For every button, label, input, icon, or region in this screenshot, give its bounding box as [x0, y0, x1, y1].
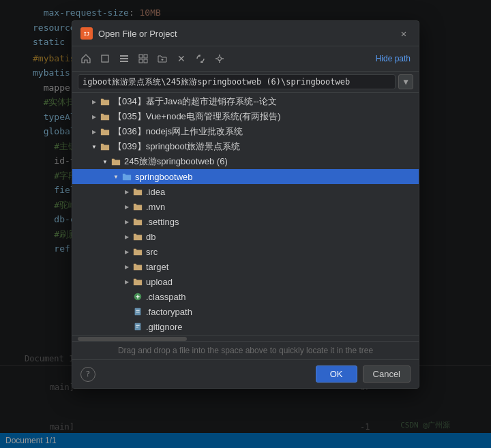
- tree-arrow-target: [121, 261, 132, 272]
- svg-rect-4: [120, 58, 128, 59]
- path-input[interactable]: [78, 74, 396, 89]
- tree-item-idea[interactable]: .idea: [72, 184, 419, 199]
- tree-arrow-035: [89, 111, 100, 122]
- dialog-toolbar: ✕ Hide pat: [72, 46, 419, 72]
- svg-rect-16: [219, 61, 220, 63]
- tree-item-db[interactable]: db: [72, 229, 419, 244]
- folder-icon-settings: [132, 216, 143, 227]
- tree-arrow-db: [121, 231, 132, 242]
- home-button[interactable]: [78, 50, 94, 67]
- tree-label-settings: .settings: [146, 217, 419, 227]
- tree-label-idea: .idea: [146, 187, 419, 197]
- folder-icon-034: [100, 96, 110, 107]
- tree-label-mvn: .mvn: [146, 202, 419, 212]
- tree-label-db: db: [146, 232, 419, 242]
- dialog-title: Open File or Project: [98, 29, 391, 39]
- view-button[interactable]: [97, 50, 113, 67]
- tree-arrow-settings: [121, 216, 132, 227]
- delete-button[interactable]: ✕: [173, 50, 190, 67]
- folder-icon-035: [100, 111, 110, 122]
- app-icon: IJ: [80, 27, 93, 40]
- tree-item-035[interactable]: 【035】Vue+node电商管理系统(有两报告): [72, 109, 419, 124]
- svg-rect-5: [120, 61, 128, 62]
- dialog-titlebar: IJ Open File or Project ✕: [72, 21, 419, 46]
- hide-path-button[interactable]: Hide path: [373, 53, 413, 65]
- tree-item-src[interactable]: src: [72, 244, 419, 259]
- list-button[interactable]: [116, 50, 132, 67]
- folder-icon-target: [132, 261, 143, 272]
- svg-rect-22: [135, 308, 141, 316]
- tree-arrow-upload: [121, 276, 132, 287]
- folder-icon-245: [110, 156, 121, 167]
- tree-item-classpath[interactable]: .classpath: [72, 289, 419, 304]
- folder-icon-src: [132, 246, 143, 257]
- open-file-dialog: IJ Open File or Project ✕: [72, 20, 419, 389]
- tree-item-034[interactable]: 【034】基于Java的超市进销存系统--论文: [72, 94, 419, 109]
- file-icon-classpath: [132, 291, 143, 302]
- file-icon-gitignore: [132, 321, 143, 332]
- folder-icon-springbootweb: [121, 171, 132, 182]
- tree-item-gitignore[interactable]: .gitignore: [72, 319, 419, 334]
- tree-item-springbootweb[interactable]: springbootweb: [72, 169, 419, 184]
- folder-icon-db: [132, 231, 143, 242]
- tree-label-034: 【034】基于Java的超市进销存系统--论文: [113, 95, 419, 108]
- expand-path-button[interactable]: ▼: [398, 74, 413, 89]
- new-folder-button[interactable]: [154, 50, 170, 67]
- tree-item-036[interactable]: 【036】nodejs网上作业批改系统: [72, 124, 419, 139]
- file-icon-factorypath: [132, 306, 143, 317]
- tree-item-mvn[interactable]: .mvn: [72, 199, 419, 214]
- tree-label-springbootweb: springbootweb: [135, 172, 419, 182]
- tree-label-target: target: [146, 262, 419, 272]
- folder-icon-039: [100, 141, 110, 152]
- drag-hint: Drag and drop a file into the space abov…: [72, 341, 419, 359]
- tree-label-gitignore: .gitignore: [146, 322, 419, 332]
- tree-label-036: 【036】nodejs网上作业批改系统: [113, 125, 419, 138]
- svg-point-14: [218, 57, 222, 61]
- file-tree[interactable]: 【034】基于Java的超市进销存系统--论文 【035】Vue+node电商管…: [72, 93, 419, 335]
- ok-button[interactable]: OK: [316, 365, 357, 383]
- svg-rect-6: [139, 55, 143, 58]
- tree-item-settings[interactable]: .settings: [72, 214, 419, 229]
- tree-item-upload[interactable]: upload: [72, 274, 419, 289]
- tree-arrow-springbootweb: [110, 171, 121, 182]
- help-button[interactable]: ?: [80, 367, 95, 382]
- tree-item-target[interactable]: target: [72, 259, 419, 274]
- tree-item-245[interactable]: 245旅游springbootweb (6): [72, 154, 419, 169]
- tree-arrow-245: [100, 156, 110, 167]
- tree-arrow-036: [89, 126, 100, 137]
- tree-label-factorypath: .factorypath: [146, 307, 419, 317]
- folder-icon-mvn: [132, 201, 143, 212]
- svg-rect-25: [135, 323, 141, 331]
- grid-button[interactable]: [135, 50, 151, 67]
- svg-rect-15: [219, 55, 220, 57]
- svg-text:IJ: IJ: [84, 31, 89, 37]
- settings-button[interactable]: [211, 50, 228, 67]
- horizontal-scrollbar[interactable]: [72, 335, 419, 341]
- folder-icon-036: [100, 126, 110, 137]
- close-button[interactable]: ✕: [397, 27, 411, 40]
- svg-rect-3: [120, 55, 128, 57]
- tree-arrow-039: [89, 141, 100, 152]
- dialog-footer: ? OK Cancel: [72, 359, 419, 388]
- svg-rect-2: [102, 55, 108, 62]
- folder-icon-idea: [132, 186, 143, 197]
- svg-rect-17: [215, 58, 218, 59]
- tree-label-classpath: .classpath: [146, 292, 419, 302]
- tree-item-factorypath[interactable]: .factorypath: [72, 304, 419, 319]
- tree-label-src: src: [146, 247, 419, 257]
- cancel-button[interactable]: Cancel: [363, 365, 411, 383]
- svg-rect-7: [144, 55, 147, 58]
- tree-label-upload: upload: [146, 277, 419, 287]
- svg-rect-8: [139, 59, 143, 63]
- tree-label-245: 245旅游springbootweb (6): [124, 155, 419, 168]
- tree-arrow-src: [121, 246, 132, 257]
- modal-overlay: IJ Open File or Project ✕: [0, 0, 491, 448]
- tree-arrow-034: [89, 96, 100, 107]
- svg-rect-9: [144, 59, 147, 63]
- folder-icon-upload: [132, 276, 143, 287]
- tree-label-035: 【035】Vue+node电商管理系统(有两报告): [113, 110, 419, 123]
- path-bar: ▼: [72, 72, 419, 93]
- refresh-button[interactable]: [192, 50, 209, 67]
- tree-arrow-idea: [121, 186, 132, 197]
- tree-item-039[interactable]: 【039】springboot旅游景点系统: [72, 139, 419, 154]
